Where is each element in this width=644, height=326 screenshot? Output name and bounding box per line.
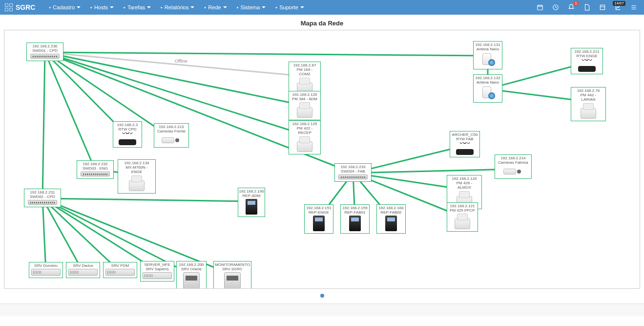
- router-icon: [455, 142, 475, 155]
- node-ip: 192.168.2.3: [117, 123, 138, 127]
- svg-rect-3: [10, 8, 13, 11]
- nav-sistema[interactable]: ▪Sistema: [232, 0, 271, 15]
- node-name: Cameras Frente: [157, 129, 186, 133]
- node-name: RTW ENGE: [577, 54, 598, 58]
- node-ip: 192.168.2.211: [574, 49, 599, 54]
- node-ip: 192.168.2.213: [159, 125, 184, 129]
- box-icon[interactable]: [596, 0, 609, 15]
- node-srv_pdm[interactable]: SRV PDM: [103, 262, 137, 278]
- node-srv_sap[interactable]: SERVER_NFESRV Sapiens: [140, 261, 174, 282]
- zebra-icon: [224, 272, 241, 289]
- node-repenge[interactable]: 192.168.2.151REP-ENGE: [304, 204, 333, 234]
- nav-label: Relatórios: [165, 4, 189, 10]
- node-repfab02[interactable]: 192.168.2.160REP-FAB02: [376, 204, 406, 234]
- gears-icon: ▪: [237, 4, 239, 10]
- node-swd03[interactable]: 192.168.2.232SWD03 - ENG: [77, 160, 114, 179]
- node-ip: 192.168.2.159: [342, 206, 367, 210]
- node-pm425[interactable]: 192.168.2.121PM 425 PPCP: [447, 202, 478, 232]
- node-rtwenge[interactable]: 192.168.2.211RTW ENGE: [571, 48, 603, 74]
- node-ant132[interactable]: 192.168.2.132Antena Nano: [473, 74, 502, 103]
- node-srv_mon[interactable]: MONITORAMENTOSRV SGRC: [213, 261, 251, 289]
- node-pm442[interactable]: 192.168.2.76PM 442 - LARIAN: [571, 87, 606, 121]
- node-ip: 192.168.2.76: [577, 88, 600, 93]
- node-ip: 192.168.2.121: [450, 204, 475, 208]
- server-icon: [143, 272, 172, 279]
- network-map[interactable]: Offline 192.168.2.230SWD01 - CPD192.168.…: [4, 30, 640, 289]
- nav-label: Tarefas: [127, 4, 145, 10]
- nav-cadastro[interactable]: ▪Cadastro: [44, 0, 85, 15]
- link-swd04-camfab: [353, 169, 513, 173]
- router-icon: [577, 59, 597, 72]
- user-icon: ▪: [275, 4, 277, 10]
- navbar: SGRC ▪Cadastro▪Hosts▪Tarefas▪Relatórios▪…: [0, 0, 644, 15]
- node-name: SWD03 - ENG: [83, 166, 108, 171]
- node-name: RTW CPD: [118, 127, 136, 131]
- nav-label: Suporte: [279, 4, 298, 10]
- brand[interactable]: SGRC: [4, 2, 35, 12]
- nav-suporte[interactable]: ▪Suporte: [270, 0, 309, 15]
- nav-rede[interactable]: ▪Rede: [199, 0, 231, 15]
- node-pm384[interactable]: 192.168.2.120PM 384 - ADM: [289, 91, 321, 120]
- antenna-icon: [479, 52, 496, 67]
- node-ip: 192.168.2.230: [32, 44, 57, 48]
- link-swd01-swd02: [42, 52, 45, 198]
- nav-tarefas[interactable]: ▪Tarefas: [119, 0, 156, 15]
- link-swd02-srv_dom: [42, 198, 46, 272]
- node-srv_dados[interactable]: SRV Dados: [66, 262, 100, 278]
- node-camfrente[interactable]: 192.168.2.213Cameras Frente: [154, 123, 189, 148]
- clock-icon[interactable]: [549, 0, 562, 15]
- node-swd01[interactable]: 192.168.2.230SWD01 - CPD: [26, 43, 63, 61]
- nav-relatórios[interactable]: ▪Relatórios: [156, 0, 199, 15]
- node-ip: 192.168.2.125: [292, 122, 317, 126]
- node-srv_ora[interactable]: 192.168.2.200SRV Oracle: [176, 261, 207, 289]
- connections-layer: Offline: [4, 30, 640, 288]
- node-name: SRV PDM: [111, 263, 129, 268]
- node-rtwcpd[interactable]: 192.168.2.3RTW CPD: [113, 121, 142, 148]
- link-swd01-ant131: [45, 52, 488, 56]
- node-ip: ARCHER_C50: [452, 132, 478, 137]
- file-icon: ▪: [161, 4, 163, 10]
- node-name: PM 426 - ALMOX: [449, 181, 479, 190]
- node-pm422[interactable]: 192.168.2.125PM 422 - RECEP: [289, 120, 321, 154]
- node-repfab01[interactable]: 192.168.2.159REP-FAB01: [340, 204, 370, 234]
- node-name: REP-FAB02: [380, 210, 401, 215]
- node-name: SRV Dominio: [34, 263, 58, 268]
- node-name: Antena Nano: [477, 80, 499, 85]
- switch-icon: [338, 174, 368, 179]
- node-srv_dom[interactable]: SRV Dominio: [29, 262, 63, 278]
- node-rtwfab[interactable]: ARCHER_C50RTW FAB: [450, 131, 480, 157]
- svg-rect-2: [5, 8, 8, 11]
- node-ip: 192.168.2.231: [30, 190, 55, 195]
- menu-icon[interactable]: [627, 0, 640, 15]
- brand-label: SGRC: [16, 3, 35, 11]
- nav-hosts[interactable]: ▪Hosts: [85, 0, 119, 15]
- node-ip: 192.168.2.160: [378, 206, 403, 210]
- node-swd02[interactable]: 192.168.2.231SWD02 - CPD: [24, 189, 61, 207]
- link-swd02-srv_sap: [42, 198, 157, 271]
- router-icon: [118, 132, 137, 145]
- chart-icon[interactable]: 14/67: [612, 0, 624, 15]
- pager-dot[interactable]: [320, 294, 324, 298]
- nav-label: Cadastro: [53, 4, 75, 10]
- edit-icon: ▪: [49, 4, 51, 10]
- footer-bar: [0, 304, 644, 316]
- switch-icon: [28, 200, 57, 205]
- svg-rect-1: [10, 4, 13, 7]
- node-ip: MONITORAMENTO: [215, 262, 250, 267]
- node-name: SWD02 - CPD: [30, 195, 55, 199]
- node-ip: 192.168.2.131: [475, 43, 500, 47]
- node-name: SWD01 - CPD: [32, 48, 58, 53]
- node-ant131[interactable]: 192.168.2.131Antena Nano: [473, 41, 502, 69]
- node-swd04[interactable]: 192.168.2.233SWD04 - FAB: [334, 163, 372, 182]
- nav-label: Rede: [208, 4, 221, 10]
- calendar-icon[interactable]: [534, 0, 546, 15]
- node-repadm[interactable]: 192.168.2.190REP-ADM: [238, 188, 265, 217]
- node-ip: 192.168.2.233: [340, 165, 365, 169]
- node-ip: 192.168.2.151: [306, 206, 331, 210]
- node-mx[interactable]: 192.168.2.134MX-M700N - ENGE: [118, 159, 156, 194]
- file-icon[interactable]: [581, 0, 593, 15]
- node-camfab[interactable]: 192.168.2.214Cameras Fabrica: [495, 154, 532, 179]
- pager: [4, 291, 640, 301]
- rep-icon: [385, 216, 397, 231]
- bell-icon[interactable]: 1: [565, 0, 578, 15]
